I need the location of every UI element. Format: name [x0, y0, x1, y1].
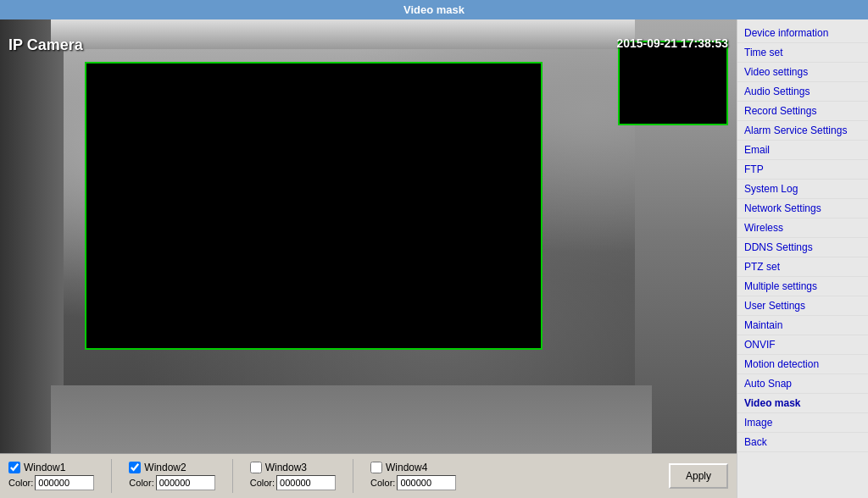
- apply-button[interactable]: Apply: [669, 463, 728, 489]
- window3-color-input[interactable]: [276, 475, 336, 490]
- camera-feed: IP Camera 2015-09-21 17:38:53: [0, 19, 737, 453]
- sidebar-item-ftp[interactable]: FTP: [737, 160, 868, 180]
- divider-1: [111, 459, 112, 493]
- window1-label: Window1: [24, 462, 65, 473]
- window1-check-row: Window1: [8, 462, 94, 473]
- sidebar-item-audio-settings[interactable]: Audio Settings: [737, 82, 868, 102]
- sidebar-item-ddns-settings[interactable]: DDNS Settings: [737, 238, 868, 257]
- window4-label: Window4: [386, 462, 427, 473]
- page-title: Video mask: [403, 3, 465, 16]
- sidebar-item-motion-detection[interactable]: Motion detection: [737, 355, 868, 374]
- window3-color-label: Color:: [250, 478, 275, 488]
- sidebar-item-back[interactable]: Back: [737, 433, 868, 452]
- sidebar-item-image[interactable]: Image: [737, 413, 868, 433]
- window1-color-input[interactable]: [35, 475, 94, 490]
- window1-checkbox[interactable]: [8, 462, 20, 473]
- sidebar-item-video-mask[interactable]: Video mask: [737, 394, 868, 413]
- window3-color-row: Color:: [250, 475, 336, 490]
- controls-bar: Window1 Color: Window2 Color:: [0, 453, 737, 498]
- divider-3: [353, 459, 353, 493]
- window1-color-label: Color:: [8, 478, 33, 488]
- window1-color-row: Color:: [8, 475, 94, 490]
- ip-camera-label: IP Camera: [8, 36, 83, 54]
- sidebar-item-time-set[interactable]: Time set: [737, 43, 868, 63]
- window2-control: Window2 Color:: [129, 462, 214, 490]
- sidebar-item-email[interactable]: Email: [737, 141, 868, 160]
- window4-color-label: Color:: [370, 478, 395, 488]
- camera-section: IP Camera 2015-09-21 17:38:53 Window1 Co…: [0, 19, 737, 498]
- window4-color-input[interactable]: [397, 475, 456, 490]
- window3-checkbox[interactable]: [250, 462, 262, 473]
- main-area: IP Camera 2015-09-21 17:38:53 Window1 Co…: [0, 19, 868, 498]
- sidebar-item-ptz-set[interactable]: PTZ set: [737, 257, 868, 277]
- window2-checkbox[interactable]: [129, 462, 141, 473]
- sidebar-item-system-log[interactable]: System Log: [737, 180, 868, 199]
- window1-control: Window1 Color:: [8, 462, 94, 490]
- window3-label: Window3: [265, 462, 307, 473]
- mask-window-1[interactable]: [85, 62, 542, 350]
- sidebar-item-onvif[interactable]: ONVIF: [737, 335, 868, 355]
- sidebar-item-maintain[interactable]: Maintain: [737, 316, 868, 335]
- sidebar-item-device-information[interactable]: Device information: [737, 24, 868, 43]
- window4-control: Window4 Color:: [370, 462, 456, 490]
- window2-color-row: Color:: [129, 475, 214, 490]
- camera-timestamp: 2015-09-21 17:38:53: [616, 36, 728, 50]
- window2-color-input[interactable]: [156, 475, 215, 490]
- camera-top-area: [51, 19, 643, 49]
- window3-check-row: Window3: [250, 462, 336, 473]
- window4-color-row: Color:: [370, 475, 456, 490]
- divider-2: [232, 459, 233, 493]
- window4-check-row: Window4: [370, 462, 456, 473]
- window2-check-row: Window2: [129, 462, 214, 473]
- window4-checkbox[interactable]: [370, 462, 382, 473]
- title-bar: Video mask: [0, 0, 868, 19]
- window2-label: Window2: [144, 462, 186, 473]
- window3-control: Window3 Color:: [250, 462, 336, 490]
- sidebar-item-video-settings[interactable]: Video settings: [737, 63, 868, 82]
- sidebar-item-user-settings[interactable]: User Settings: [737, 296, 868, 316]
- sidebar-item-auto-snap[interactable]: Auto Snap: [737, 374, 868, 394]
- camera-bottom-area: [51, 385, 652, 453]
- sidebar: Device informationTime setVideo settings…: [737, 19, 868, 498]
- sidebar-item-wireless[interactable]: Wireless: [737, 219, 868, 238]
- sidebar-item-alarm-service-settings[interactable]: Alarm Service Settings: [737, 121, 868, 141]
- sidebar-item-network-settings[interactable]: Network Settings: [737, 199, 868, 219]
- mask-window-2[interactable]: [618, 41, 728, 125]
- camera-background: IP Camera 2015-09-21 17:38:53: [0, 19, 737, 453]
- window2-color-label: Color:: [129, 478, 153, 488]
- sidebar-item-record-settings[interactable]: Record Settings: [737, 102, 868, 121]
- sidebar-item-multiple-settings[interactable]: Multiple settings: [737, 277, 868, 296]
